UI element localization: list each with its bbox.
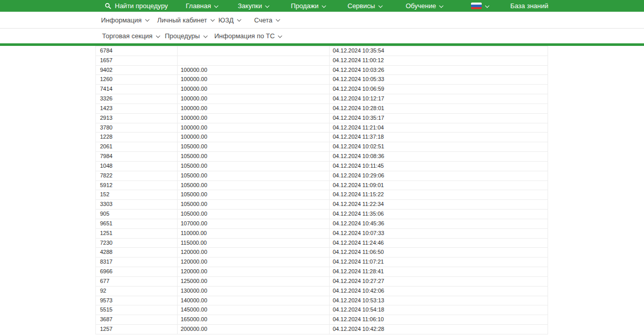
cell-id: 2913: [96, 114, 178, 123]
table-row[interactable]: 165704.12.2024 11:00:12: [96, 56, 548, 66]
table-row[interactable]: 2061105000.0004.12.2024 10:02:51: [96, 142, 548, 152]
cell-id: 3326: [96, 94, 178, 104]
cell-datetime: 04.12.2024 10:27:27: [330, 277, 548, 286]
nav-item-education[interactable]: Обучение: [406, 0, 442, 12]
table-row[interactable]: 92130000.0004.12.2024 10:42:06: [96, 287, 548, 296]
cell-datetime: 04.12.2024 11:00:12: [330, 56, 548, 65]
nav-item-knowledge-base[interactable]: База знаний: [510, 0, 549, 12]
cell-datetime: 04.12.2024 11:09:01: [330, 181, 548, 190]
section-navigation-bar: Торговая секция Процедуры Информация по …: [0, 29, 644, 43]
cell-id: 7414: [96, 85, 178, 94]
nav-item-services[interactable]: Сервисы: [348, 0, 382, 12]
chevron-down-icon: [210, 17, 214, 21]
cell-datetime: 04.12.2024 10:06:59: [330, 85, 548, 94]
subnav-item-procedures[interactable]: Процедуры: [165, 29, 207, 43]
cell-datetime: 04.12.2024 11:22:34: [330, 200, 548, 209]
cell-id: 8317: [96, 257, 178, 267]
cell-datetime: 04.12.2024 10:45:36: [330, 219, 548, 228]
nav-item-sales[interactable]: Продажи: [291, 0, 325, 12]
search-procedure-button[interactable]: Найти процедуру: [105, 0, 168, 12]
chevron-down-icon: [439, 4, 443, 8]
cell-id: 6966: [96, 267, 178, 276]
table-row[interactable]: 677125000.0004.12.2024 10:27:27: [96, 277, 548, 287]
cell-id: 5515: [96, 305, 178, 315]
chevron-down-icon: [237, 17, 241, 21]
table-row[interactable]: 3780100000.0004.12.2024 11:21:04: [96, 123, 548, 133]
subnav-item-accounts[interactable]: Счета: [254, 12, 279, 28]
cell-id: 3780: [96, 123, 178, 133]
cell-id: 1048: [96, 162, 178, 171]
table-row[interactable]: 8317120000.0004.12.2024 11:07:21: [96, 257, 548, 267]
cell-datetime: 04.12.2024 11:06:50: [330, 248, 548, 257]
cell-id: 4288: [96, 248, 178, 257]
chevron-down-icon: [145, 17, 149, 21]
subnav-item-information[interactable]: Информация: [101, 12, 148, 28]
cell-amount: 100000.00: [178, 75, 330, 84]
table-row[interactable]: 1251110000.0004.12.2024 10:07:33: [96, 229, 548, 239]
table-row[interactable]: 152105000.0004.12.2024 11:15:22: [96, 190, 548, 200]
table-row[interactable]: 9402100000.0004.12.2024 10:03:26: [96, 66, 548, 75]
russia-flag-icon: [471, 3, 482, 9]
cell-datetime: 04.12.2024 10:12:17: [330, 94, 548, 104]
table-row[interactable]: 1228100000.0004.12.2024 11:37:18: [96, 133, 548, 142]
cell-datetime: 04.12.2024 11:06:10: [330, 315, 548, 324]
table-row[interactable]: 1260100000.0004.12.2024 10:05:33: [96, 75, 548, 85]
chevron-down-icon: [278, 34, 282, 38]
table-row[interactable]: 3687165000.0004.12.2024 11:06:10: [96, 315, 548, 325]
table-row[interactable]: 7984105000.0004.12.2024 10:08:36: [96, 152, 548, 162]
cell-amount: 105000.00: [178, 142, 330, 151]
subnav-item-uzd[interactable]: ЮЗД: [218, 12, 240, 28]
cell-amount: [178, 56, 330, 65]
table-row[interactable]: 3303105000.0004.12.2024 11:22:34: [96, 200, 548, 210]
cell-datetime: 04.12.2024 10:05:33: [330, 75, 548, 84]
cell-datetime: 04.12.2024 10:02:51: [330, 142, 548, 151]
subnav-item-trading-section[interactable]: Торговая секция: [102, 29, 159, 43]
cell-id: 677: [96, 277, 178, 286]
cell-amount: 105000.00: [178, 181, 330, 190]
cell-amount: 145000.00: [178, 305, 330, 315]
cell-id: 7984: [96, 152, 178, 161]
language-selector[interactable]: [471, 0, 488, 12]
table-row[interactable]: 2913100000.0004.12.2024 10:35:17: [96, 114, 548, 123]
table-row[interactable]: 3326100000.0004.12.2024 10:12:17: [96, 94, 548, 104]
nav-item-main[interactable]: Главная: [186, 0, 217, 12]
cell-amount: 100000.00: [178, 133, 330, 142]
table-row[interactable]: 5912105000.0004.12.2024 11:09:01: [96, 181, 548, 191]
table-row[interactable]: 905105000.0004.12.2024 11:35:06: [96, 210, 548, 219]
subnav-item-personal-cabinet[interactable]: Личный кабинет: [157, 12, 214, 28]
subnav-item-ts-information[interactable]: Информация по ТС: [214, 29, 281, 43]
cell-amount: 120000.00: [178, 248, 330, 257]
cell-id: 9573: [96, 296, 178, 305]
table-row[interactable]: 7230115000.0004.12.2024 11:24:46: [96, 239, 548, 248]
cell-id: 7822: [96, 171, 178, 180]
nav-item-purchases[interactable]: Закупки: [238, 0, 268, 12]
cell-amount: [178, 46, 330, 56]
cell-id: 92: [96, 287, 178, 296]
cell-datetime: 04.12.2024 10:03:26: [330, 66, 548, 75]
cell-datetime: 04.12.2024 10:35:54: [330, 46, 548, 56]
cell-id: 1228: [96, 133, 178, 142]
table-row[interactable]: 4288120000.0004.12.2024 11:06:50: [96, 248, 548, 257]
table-row[interactable]: 5515145000.0004.12.2024 10:54:18: [96, 305, 548, 315]
top-navigation-bar: Найти процедуру Главная Закупки Продажи …: [0, 0, 644, 12]
cell-amount: 100000.00: [178, 104, 330, 113]
cell-datetime: 04.12.2024 10:42:06: [330, 287, 548, 296]
chevron-down-icon: [378, 4, 382, 8]
table-row[interactable]: 1048105000.0004.12.2024 10:11:45: [96, 162, 548, 171]
table-row[interactable]: 7822105000.0004.12.2024 10:29:06: [96, 171, 548, 181]
cell-datetime: 04.12.2024 11:15:22: [330, 190, 548, 199]
table-row[interactable]: 9573140000.0004.12.2024 10:53:13: [96, 296, 548, 306]
table-row[interactable]: 9651107000.0004.12.2024 10:45:36: [96, 219, 548, 229]
table-row[interactable]: 1423100000.0004.12.2024 10:28:01: [96, 104, 548, 114]
cell-id: 9402: [96, 66, 178, 75]
table-row[interactable]: 7414100000.0004.12.2024 10:06:59: [96, 85, 548, 94]
cell-id: 1423: [96, 104, 178, 113]
cell-datetime: 04.12.2024 10:42:28: [330, 325, 548, 334]
chevron-down-icon: [156, 34, 160, 38]
cell-id: 152: [96, 190, 178, 199]
table-row[interactable]: 1257200000.0004.12.2024 10:42:28: [96, 325, 548, 334]
cell-amount: 105000.00: [178, 162, 330, 171]
table-row[interactable]: 6966120000.0004.12.2024 11:28:41: [96, 267, 548, 277]
table-row[interactable]: 678404.12.2024 10:35:54: [96, 46, 548, 56]
cell-id: 9651: [96, 219, 178, 228]
